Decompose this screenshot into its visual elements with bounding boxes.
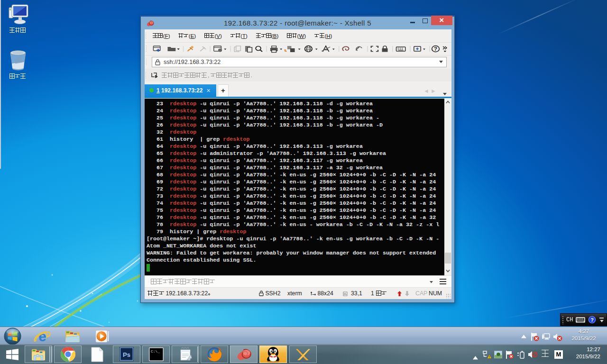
- svg-text:?: ?: [434, 46, 438, 52]
- svg-text:Ps: Ps: [123, 351, 130, 358]
- svg-text:?: ?: [591, 317, 594, 323]
- svg-text:C:\_: C:\_: [151, 349, 160, 354]
